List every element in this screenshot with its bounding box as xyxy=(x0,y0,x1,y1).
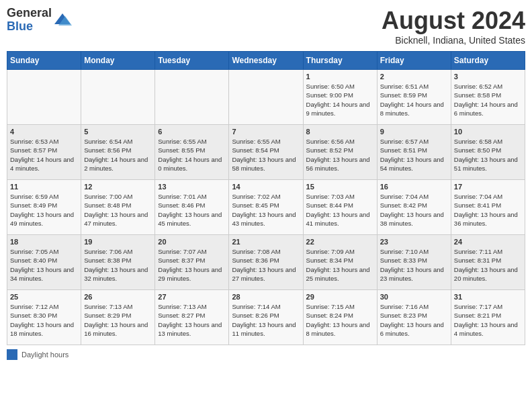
calendar-cell: 31Sunrise: 7:17 AMSunset: 8:21 PMDayligh… xyxy=(451,290,525,345)
day-header-sunday: Sunday xyxy=(7,52,81,70)
day-number: 11 xyxy=(10,183,78,191)
calendar-cell: 20Sunrise: 7:07 AMSunset: 8:37 PMDayligh… xyxy=(155,235,229,290)
calendar-cell xyxy=(229,70,303,125)
logo-blue: Blue xyxy=(7,19,33,33)
day-info: Sunrise: 6:57 AMSunset: 8:51 PMDaylight:… xyxy=(380,137,448,173)
day-number: 24 xyxy=(454,238,522,246)
calendar-week-3: 11Sunrise: 6:59 AMSunset: 8:49 PMDayligh… xyxy=(7,180,525,235)
day-number: 15 xyxy=(306,183,374,191)
day-info: Sunrise: 7:06 AMSunset: 8:38 PMDaylight:… xyxy=(84,247,152,283)
logo-general: General xyxy=(7,6,52,19)
day-info: Sunrise: 6:59 AMSunset: 8:49 PMDaylight:… xyxy=(10,192,78,228)
legend-box xyxy=(7,349,17,360)
page-header: General Blue August 2024 Bicknell, India… xyxy=(7,7,525,46)
day-info: Sunrise: 6:52 AMSunset: 8:58 PMDaylight:… xyxy=(454,82,522,118)
calendar-cell: 14Sunrise: 7:02 AMSunset: 8:45 PMDayligh… xyxy=(229,180,303,235)
day-number: 16 xyxy=(380,183,448,191)
day-info: Sunrise: 6:58 AMSunset: 8:50 PMDaylight:… xyxy=(454,137,522,173)
day-number: 14 xyxy=(232,183,300,191)
day-info: Sunrise: 6:55 AMSunset: 8:54 PMDaylight:… xyxy=(232,137,300,173)
calendar-cell: 5Sunrise: 6:54 AMSunset: 8:56 PMDaylight… xyxy=(81,125,155,180)
calendar-week-1: 1Sunrise: 6:50 AMSunset: 9:00 PMDaylight… xyxy=(7,70,525,125)
day-info: Sunrise: 7:01 AMSunset: 8:46 PMDaylight:… xyxy=(158,192,226,228)
day-number: 19 xyxy=(84,238,152,246)
logo-icon xyxy=(53,11,72,30)
calendar-cell: 4Sunrise: 6:53 AMSunset: 8:57 PMDaylight… xyxy=(7,125,81,180)
day-info: Sunrise: 7:12 AMSunset: 8:30 PMDaylight:… xyxy=(10,302,78,338)
calendar-cell: 18Sunrise: 7:05 AMSunset: 8:40 PMDayligh… xyxy=(7,235,81,290)
calendar-cell xyxy=(81,70,155,125)
day-number: 12 xyxy=(84,183,152,191)
calendar-table: SundayMondayTuesdayWednesdayThursdayFrid… xyxy=(7,51,525,345)
day-number: 2 xyxy=(380,73,448,81)
day-info: Sunrise: 6:56 AMSunset: 8:52 PMDaylight:… xyxy=(306,137,374,173)
calendar-cell: 28Sunrise: 7:14 AMSunset: 8:26 PMDayligh… xyxy=(229,290,303,345)
day-info: Sunrise: 7:08 AMSunset: 8:36 PMDaylight:… xyxy=(232,247,300,283)
day-info: Sunrise: 7:02 AMSunset: 8:45 PMDaylight:… xyxy=(232,192,300,228)
day-number: 26 xyxy=(84,293,152,301)
day-info: Sunrise: 6:53 AMSunset: 8:57 PMDaylight:… xyxy=(10,137,78,173)
calendar-cell: 27Sunrise: 7:13 AMSunset: 8:27 PMDayligh… xyxy=(155,290,229,345)
day-number: 22 xyxy=(306,238,374,246)
day-number: 10 xyxy=(454,128,522,136)
day-info: Sunrise: 7:13 AMSunset: 8:29 PMDaylight:… xyxy=(84,302,152,338)
calendar-cell: 19Sunrise: 7:06 AMSunset: 8:38 PMDayligh… xyxy=(81,235,155,290)
calendar-cell: 10Sunrise: 6:58 AMSunset: 8:50 PMDayligh… xyxy=(451,125,525,180)
day-header-thursday: Thursday xyxy=(303,52,377,70)
calendar-cell: 9Sunrise: 6:57 AMSunset: 8:51 PMDaylight… xyxy=(377,125,451,180)
day-number: 27 xyxy=(158,293,226,301)
calendar-cell xyxy=(7,70,81,125)
day-info: Sunrise: 7:04 AMSunset: 8:41 PMDaylight:… xyxy=(454,192,522,228)
calendar-cell: 11Sunrise: 6:59 AMSunset: 8:49 PMDayligh… xyxy=(7,180,81,235)
calendar-cell: 29Sunrise: 7:15 AMSunset: 8:24 PMDayligh… xyxy=(303,290,377,345)
day-number: 28 xyxy=(232,293,300,301)
calendar-cell: 26Sunrise: 7:13 AMSunset: 8:29 PMDayligh… xyxy=(81,290,155,345)
calendar-cell: 3Sunrise: 6:52 AMSunset: 8:58 PMDaylight… xyxy=(451,70,525,125)
day-number: 6 xyxy=(158,128,226,136)
day-number: 7 xyxy=(232,128,300,136)
calendar-cell: 24Sunrise: 7:11 AMSunset: 8:31 PMDayligh… xyxy=(451,235,525,290)
day-number: 20 xyxy=(158,238,226,246)
calendar-cell: 7Sunrise: 6:55 AMSunset: 8:54 PMDaylight… xyxy=(229,125,303,180)
calendar-cell: 21Sunrise: 7:08 AMSunset: 8:36 PMDayligh… xyxy=(229,235,303,290)
calendar-cell: 22Sunrise: 7:09 AMSunset: 8:34 PMDayligh… xyxy=(303,235,377,290)
day-header-monday: Monday xyxy=(81,52,155,70)
day-info: Sunrise: 7:11 AMSunset: 8:31 PMDaylight:… xyxy=(454,247,522,283)
day-number: 8 xyxy=(306,128,374,136)
day-info: Sunrise: 7:14 AMSunset: 8:26 PMDaylight:… xyxy=(232,302,300,338)
day-number: 18 xyxy=(10,238,78,246)
day-number: 13 xyxy=(158,183,226,191)
calendar-cell: 15Sunrise: 7:03 AMSunset: 8:44 PMDayligh… xyxy=(303,180,377,235)
day-number: 21 xyxy=(232,238,300,246)
calendar-week-2: 4Sunrise: 6:53 AMSunset: 8:57 PMDaylight… xyxy=(7,125,525,180)
day-info: Sunrise: 7:13 AMSunset: 8:27 PMDaylight:… xyxy=(158,302,226,338)
day-number: 9 xyxy=(380,128,448,136)
day-info: Sunrise: 7:00 AMSunset: 8:48 PMDaylight:… xyxy=(84,192,152,228)
day-info: Sunrise: 7:16 AMSunset: 8:23 PMDaylight:… xyxy=(380,302,448,338)
day-number: 31 xyxy=(454,293,522,301)
legend-label: Daylight hours xyxy=(21,351,69,359)
day-info: Sunrise: 6:50 AMSunset: 9:00 PMDaylight:… xyxy=(306,82,374,118)
day-info: Sunrise: 7:15 AMSunset: 8:24 PMDaylight:… xyxy=(306,302,374,338)
day-header-saturday: Saturday xyxy=(451,52,525,70)
day-info: Sunrise: 7:05 AMSunset: 8:40 PMDaylight:… xyxy=(10,247,78,283)
calendar-cell: 13Sunrise: 7:01 AMSunset: 8:46 PMDayligh… xyxy=(155,180,229,235)
day-header-friday: Friday xyxy=(377,52,451,70)
day-number: 3 xyxy=(454,73,522,81)
calendar-week-5: 25Sunrise: 7:12 AMSunset: 8:30 PMDayligh… xyxy=(7,290,525,345)
day-info: Sunrise: 6:54 AMSunset: 8:56 PMDaylight:… xyxy=(84,137,152,173)
calendar-cell: 16Sunrise: 7:04 AMSunset: 8:42 PMDayligh… xyxy=(377,180,451,235)
calendar-cell xyxy=(155,70,229,125)
day-number: 17 xyxy=(454,183,522,191)
day-number: 4 xyxy=(10,128,78,136)
calendar-cell: 8Sunrise: 6:56 AMSunset: 8:52 PMDaylight… xyxy=(303,125,377,180)
calendar-cell: 12Sunrise: 7:00 AMSunset: 8:48 PMDayligh… xyxy=(81,180,155,235)
location: Bicknell, Indiana, United States xyxy=(382,35,525,46)
calendar-cell: 6Sunrise: 6:55 AMSunset: 8:55 PMDaylight… xyxy=(155,125,229,180)
day-number: 23 xyxy=(380,238,448,246)
day-info: Sunrise: 6:55 AMSunset: 8:55 PMDaylight:… xyxy=(158,137,226,173)
day-info: Sunrise: 7:04 AMSunset: 8:42 PMDaylight:… xyxy=(380,192,448,228)
day-header-tuesday: Tuesday xyxy=(155,52,229,70)
calendar-header-row: SundayMondayTuesdayWednesdayThursdayFrid… xyxy=(7,52,525,70)
calendar-cell: 2Sunrise: 6:51 AMSunset: 8:59 PMDaylight… xyxy=(377,70,451,125)
